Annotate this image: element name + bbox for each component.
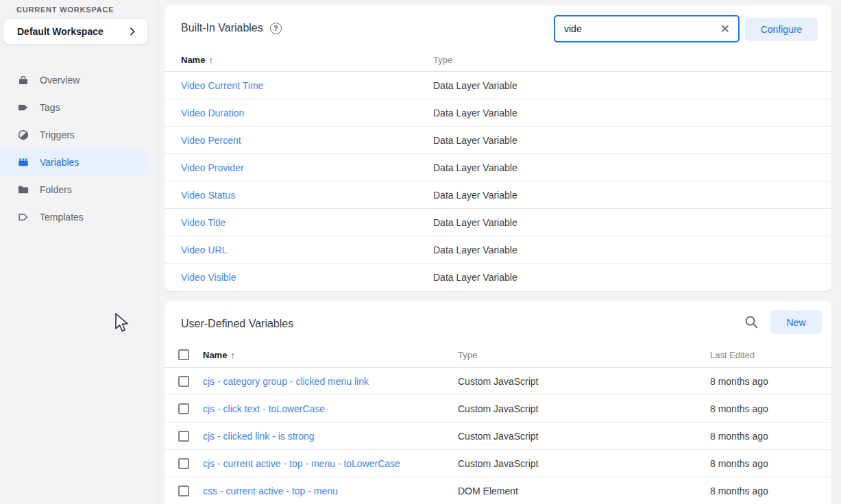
row-checkbox[interactable] (178, 403, 189, 414)
sort-ascending-icon: ↑ (230, 350, 235, 360)
variables-icon (17, 156, 29, 168)
variable-last-edited: 8 months ago (710, 486, 831, 496)
column-header-last-edited: Last Edited (710, 350, 831, 360)
variable-type: Data Layer Variable (433, 135, 831, 146)
table-row: cjs - current active - top - menu - toLo… (164, 450, 831, 477)
workspace-selector[interactable]: Default Workspace (3, 18, 148, 45)
variable-name-link[interactable]: css - current active - top - menu (203, 486, 458, 496)
variable-last-edited: 8 months ago (710, 376, 831, 387)
variable-type: Custom JavaScript (458, 403, 710, 414)
variable-name-link[interactable]: Video Duration (181, 108, 433, 118)
table-row: Video TitleData Layer Variable (164, 209, 831, 236)
sidebar-item-label: Tags (40, 102, 60, 113)
overview-icon (17, 74, 29, 86)
sidebar-item-label: Overview (40, 75, 80, 86)
table-row: Video ProviderData Layer Variable (164, 154, 831, 181)
variable-type: Data Layer Variable (433, 190, 831, 201)
built-in-search-input[interactable] (564, 23, 719, 34)
help-icon[interactable]: ? (270, 23, 282, 34)
sidebar-item-templates[interactable]: Templates (0, 203, 148, 231)
column-header-type: Type (433, 55, 831, 65)
configure-button[interactable]: Configure (745, 18, 818, 41)
table-row: Video DurationData Layer Variable (164, 99, 831, 127)
sidebar-nav: Overview Tags Triggers Variables (0, 66, 159, 231)
built-in-table-header: Name ↑ Type (164, 48, 831, 72)
variable-name-link[interactable]: Video Provider (181, 162, 433, 173)
variable-name-link[interactable]: cjs - clicked link - is strong (203, 431, 458, 442)
table-row: Video Current TimeData Layer Variable (164, 72, 831, 99)
table-row: cjs - category group - clicked menu link… (164, 368, 831, 395)
row-checkbox[interactable] (178, 431, 189, 442)
built-in-table-body: Video Current TimeData Layer VariableVid… (164, 72, 831, 291)
variable-type: Data Layer Variable (433, 80, 831, 91)
variable-name-link[interactable]: Video URL (181, 244, 433, 255)
sort-ascending-icon: ↑ (208, 55, 213, 65)
variable-name-link[interactable]: Video Title (181, 217, 433, 228)
sidebar-item-label: Variables (40, 157, 79, 168)
user-defined-variables-card: User-Defined Variables New Name ↑ Type L… (164, 301, 831, 504)
select-all-checkbox[interactable] (178, 349, 189, 360)
chevron-right-icon (127, 26, 138, 37)
variable-type: Data Layer Variable (433, 272, 831, 283)
variable-type: Custom JavaScript (458, 376, 710, 387)
workspace-name: Default Workspace (17, 26, 127, 37)
column-header-type: Type (458, 350, 710, 360)
current-workspace-label: CURRENT WORKSPACE (16, 5, 114, 14)
table-row: Video VisibleData Layer Variable (164, 264, 831, 291)
table-row: cjs - click text - toLowerCaseCustom Jav… (164, 395, 831, 423)
gtm-variables-page: CURRENT WORKSPACE Default Workspace Over… (0, 0, 841, 504)
variable-name-link[interactable]: cjs - category group - clicked menu link (203, 376, 458, 387)
user-defined-table-header: Name ↑ Type Last Edited (164, 342, 831, 368)
sidebar-item-variables[interactable]: Variables (0, 149, 148, 176)
sidebar-item-overview[interactable]: Overview (0, 66, 148, 94)
table-row: Video PercentData Layer Variable (164, 127, 831, 154)
table-row: css - current active - top - menuDOM Ele… (164, 477, 831, 504)
variable-last-edited: 8 months ago (710, 403, 831, 414)
row-checkbox[interactable] (178, 376, 189, 387)
user-defined-variables-title: User-Defined Variables (181, 318, 293, 330)
variable-name-link[interactable]: cjs - current active - top - menu - toLo… (203, 458, 458, 469)
variable-last-edited: 8 months ago (710, 431, 831, 442)
built-in-search-box: ✕ (554, 15, 740, 42)
sidebar-item-triggers[interactable]: Triggers (0, 121, 148, 149)
sidebar-item-folders[interactable]: Folders (0, 176, 148, 203)
search-icon[interactable] (744, 314, 759, 329)
sidebar-item-label: Triggers (40, 129, 75, 140)
variable-name-link[interactable]: cjs - click text - toLowerCase (203, 403, 458, 414)
template-icon (17, 211, 29, 223)
column-header-name[interactable]: Name (203, 350, 227, 360)
table-row: cjs - clicked link - is strongCustom Jav… (164, 423, 831, 450)
variable-type: Data Layer Variable (433, 162, 831, 173)
variable-type: Data Layer Variable (433, 244, 831, 255)
clear-search-icon[interactable]: ✕ (719, 22, 731, 36)
variable-type: Data Layer Variable (433, 108, 831, 118)
sidebar-item-label: Folders (40, 184, 72, 195)
variable-name-link[interactable]: Video Visible (181, 272, 433, 283)
variable-type: Data Layer Variable (433, 217, 831, 228)
variable-name-link[interactable]: Video Status (181, 190, 433, 201)
table-row: Video StatusData Layer Variable (164, 181, 831, 209)
sidebar-item-tags[interactable]: Tags (0, 94, 148, 121)
trigger-icon (17, 129, 29, 141)
table-row: Video URLData Layer Variable (164, 236, 831, 264)
built-in-variables-card: Built-In Variables ? ✕ Configure Name ↑ … (164, 5, 831, 291)
variable-name-link[interactable]: Video Current Time (181, 80, 433, 91)
row-checkbox[interactable] (178, 486, 189, 496)
variable-type: Custom JavaScript (458, 458, 710, 469)
variable-type: DOM Element (458, 486, 710, 496)
folder-icon (17, 184, 29, 196)
row-checkbox[interactable] (178, 458, 189, 469)
tag-icon (17, 101, 29, 114)
user-defined-table-body: cjs - category group - clicked menu link… (164, 368, 831, 504)
sidebar-item-label: Templates (40, 212, 84, 223)
variable-type: Custom JavaScript (458, 431, 710, 442)
variable-name-link[interactable]: Video Percent (181, 135, 433, 146)
variable-last-edited: 8 months ago (710, 458, 831, 469)
built-in-variables-title: Built-In Variables ? (181, 22, 282, 34)
column-header-name[interactable]: Name (181, 55, 205, 65)
new-variable-button[interactable]: New (770, 310, 822, 334)
sidebar: CURRENT WORKSPACE Default Workspace Over… (0, 0, 159, 504)
